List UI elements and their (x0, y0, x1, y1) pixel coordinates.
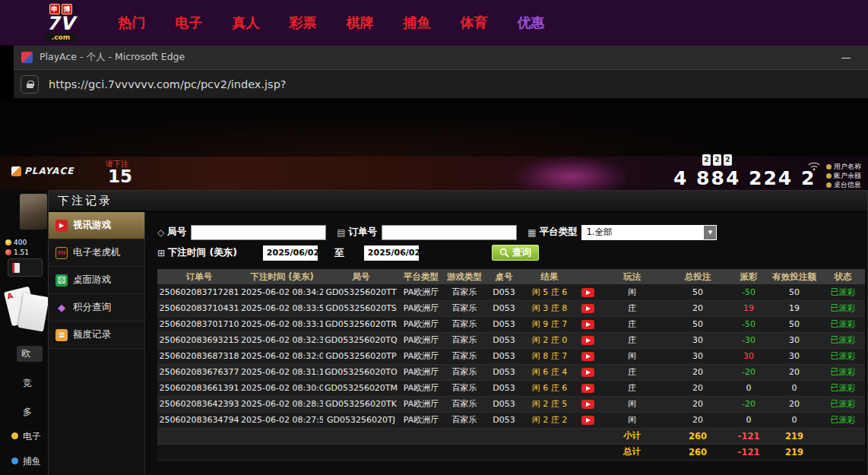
panel-body: 视讯游戏 电子老虎机 桌面游戏 积分查询 额度记录 (49, 212, 867, 474)
lobby-left-strip: 400 1.51 A 欧 竞 多 电子 捕鱼 (0, 190, 48, 475)
grand-total-label: 总计 (598, 444, 666, 460)
cell-result: 闲 6 庄 4 (522, 364, 577, 380)
video-replay-cell[interactable] (577, 412, 598, 428)
video-replay-cell[interactable] (577, 364, 598, 380)
cell-game: 百家乐 (443, 284, 486, 300)
sidebar-item-slots[interactable]: 电子老虎机 (49, 239, 144, 267)
sidebar-item-label: 额度记录 (73, 328, 111, 341)
video-replay-cell[interactable] (577, 284, 598, 300)
dealt-cards: 2 2 2 (702, 154, 732, 166)
date-to-select[interactable]: 2025/06/02 (364, 245, 419, 261)
cell-order: 250602083687318 (157, 348, 241, 364)
summary-spacer (157, 444, 598, 460)
cell-payout: -20 (730, 364, 768, 380)
video-play-icon[interactable] (581, 352, 594, 361)
table-row: 2506020837104312025-06-02 08:33:55GD0532… (157, 300, 865, 316)
playing-card (17, 293, 49, 331)
address-bar[interactable]: https://gci.7vvvvvv.com/pc/pcv2/index.js… (14, 69, 868, 99)
sidebar-item-video-games[interactable]: 视讯游戏 (49, 212, 144, 239)
coin-balance: 400 (5, 239, 27, 246)
column-header: 平台类型 (399, 269, 443, 284)
column-header: 订单号 (157, 269, 241, 284)
top-navigation: 热门 电子 真人 彩票 棋牌 捕鱼 体育 优惠 (103, 14, 559, 32)
cell-platform: PA欧洲厅 (399, 396, 443, 412)
magnifier-icon (499, 248, 509, 258)
date-from-select[interactable]: 2025/06/02 (263, 245, 318, 261)
deposit-shortcut[interactable] (8, 258, 43, 277)
table-info-row: 桌台信息 (826, 180, 861, 189)
nav-item-hot[interactable]: 热门 (103, 14, 160, 32)
video-replay-cell[interactable] (577, 380, 598, 396)
nav-item-fishing[interactable]: 捕鱼 (388, 14, 445, 32)
calendar-icon (157, 248, 165, 258)
cell-table: D053 (486, 332, 522, 348)
cell-time: 2025-06-02 08:27:57 (241, 412, 323, 428)
sidebar-item-table-games[interactable]: 桌面游戏 (49, 267, 144, 294)
brand-logo[interactable]: 申 博 7V .com (35, 4, 87, 42)
search-button[interactable]: 查询 (492, 245, 539, 261)
subtotal-payout: -121 (730, 428, 768, 444)
nav-item-live[interactable]: 真人 (217, 14, 274, 32)
table-info-label: 桌台信息 (834, 180, 861, 190)
video-replay-cell[interactable] (577, 348, 598, 364)
nav-item-promotions[interactable]: 优惠 (502, 14, 559, 32)
video-play-icon[interactable] (581, 416, 594, 425)
site-info-button[interactable] (21, 75, 39, 93)
video-replay-cell[interactable] (577, 316, 598, 332)
video-play-icon[interactable] (581, 320, 594, 329)
video-replay-cell[interactable] (577, 396, 598, 412)
video-play-icon[interactable] (581, 304, 594, 313)
cell-time: 2025-06-02 08:28:35 (241, 396, 323, 412)
lobby-menu-europe-hall[interactable]: 欧 (17, 346, 43, 362)
round-number-input[interactable] (191, 225, 326, 240)
sidebar-item-label: 电子老虎机 (73, 246, 121, 259)
card-icon: 2 (713, 154, 721, 166)
order-number-label: 订单号 (337, 226, 377, 239)
table-row: 2506020836763772025-06-02 08:31:15GD0532… (157, 364, 865, 380)
cell-game: 百家乐 (443, 380, 486, 396)
table-row: 2506020836347942025-06-02 08:27:57GD0532… (157, 412, 865, 428)
summary-spacer (157, 428, 598, 444)
gem-icon (55, 302, 68, 314)
bet-time-label: 下注时间 (美东) (157, 246, 237, 259)
lobby-menu-multi[interactable]: 多 (23, 406, 32, 419)
user-info-labels: 用户名称 账户余额 桌台信息 (826, 162, 861, 189)
lobby-menu-electronic[interactable]: 电子 (23, 430, 41, 443)
card-icon: 2 (724, 154, 732, 166)
card-rank: A (6, 291, 14, 301)
lobby-menu-fishing[interactable]: 捕鱼 (23, 455, 41, 468)
order-number-input[interactable] (382, 225, 517, 240)
cell-round: GD053256020TS (323, 300, 399, 316)
video-play-icon[interactable] (581, 336, 594, 345)
avatar[interactable] (20, 194, 47, 230)
nav-item-electronic[interactable]: 电子 (160, 14, 217, 32)
wifi-icon (807, 161, 821, 171)
video-play-icon[interactable] (581, 368, 594, 377)
cell-play: 闲 (598, 396, 666, 412)
cell-platform: PA欧洲厅 (399, 284, 443, 300)
video-play-icon[interactable] (581, 288, 594, 297)
table-row: 2506020836932152025-06-02 08:32:33GD0532… (157, 332, 865, 348)
cell-play: 庄 (598, 380, 666, 396)
nav-item-sports[interactable]: 体育 (445, 14, 502, 32)
cell-play: 闲 (598, 412, 666, 428)
sidebar-item-points-query[interactable]: 积分查询 (49, 294, 144, 321)
minimize-button[interactable]: — (835, 52, 857, 63)
dropdown-arrow-icon[interactable] (704, 226, 716, 239)
video-replay-cell[interactable] (577, 300, 598, 316)
cell-platform: PA欧洲厅 (399, 300, 443, 316)
url-text[interactable]: https://gci.7vvvvvv.com/pc/pcv2/index.js… (49, 78, 287, 90)
platform-type-select[interactable]: 1.全部 (581, 225, 717, 240)
video-replay-cell[interactable] (577, 332, 598, 348)
nav-item-board-games[interactable]: 棋牌 (331, 14, 388, 32)
lobby-menu-competition[interactable]: 竞 (23, 377, 32, 390)
cell-play: 闲 (598, 284, 666, 300)
round-tag-icon (157, 227, 164, 238)
slot-machine-icon (55, 247, 68, 259)
nav-item-lottery[interactable]: 彩票 (274, 14, 331, 32)
bet-table-body: 2506020837172812025-06-02 08:34:28GD0532… (157, 284, 865, 460)
sidebar-item-quota-records[interactable]: 额度记录 (49, 321, 144, 349)
cell-time: 2025-06-02 08:33:12 (241, 316, 323, 332)
video-play-icon[interactable] (581, 384, 594, 393)
video-play-icon[interactable] (581, 400, 594, 409)
